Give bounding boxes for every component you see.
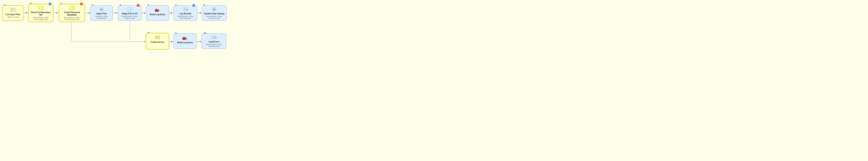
error-badge-stage: ✕ — [137, 4, 140, 7]
stage-icon: {{}} — [127, 7, 133, 12]
title-create-metadata: Create Required MetaData — [61, 11, 83, 16]
badge-build-log-bottom: 5 — [176, 32, 177, 34]
badge-build-log-top: 5 — [148, 4, 149, 6]
subtitle-list-input: ${INPUT_DIR} — [7, 16, 18, 18]
svg-point-44 — [159, 36, 160, 37]
pencil-top-icon-area — [182, 7, 189, 12]
ingest-icon-area — [98, 7, 105, 12]
badge-create-metadata: 5 — [61, 2, 62, 5]
subtitle-log-errors: ${SUBGRAPH_DIR}/RunPipeline.grf — [206, 43, 222, 47]
svg-point-54 — [185, 39, 185, 40]
badge-collect-errors: 5 — [148, 32, 149, 34]
title-update-catalog: Update Data Catalog — [204, 12, 224, 15]
warn-badge-metadata: ! — [80, 2, 83, 5]
train-icon-bottom-area — [181, 35, 189, 41]
svg-rect-29 — [156, 9, 157, 10]
badge-ingest: 5 — [92, 4, 93, 6]
subtitle-stage: ${SUBGRAPH_DIR}/StageFile.sgrf — [122, 15, 137, 19]
svg-point-30 — [155, 11, 156, 12]
info-badge-read-config: i — [49, 2, 52, 5]
list-icon-area — [9, 7, 17, 13]
svg-line-50 — [158, 38, 159, 38]
svg-text:{{}}: {{}} — [71, 7, 75, 9]
title-read-config: Read Configuration file — [30, 11, 52, 16]
svg-point-43 — [155, 36, 156, 37]
subtitle-ingest: ${GRAPH_DIR}/IngestFile.grf — [95, 15, 108, 19]
title-list-input: List Input Files — [6, 13, 21, 16]
metadata-icon-area: {{}} — [68, 5, 75, 11]
info-badge-log-results: i — [192, 4, 195, 7]
catalog-icon-area — [211, 7, 218, 12]
node-build-log-bottom[interactable]: 5 Build Log Entry — [173, 33, 197, 49]
config-icon-area: {{}} — [37, 5, 44, 11]
title-stage: Stage File to S3 — [122, 12, 137, 15]
title-build-log-bottom: Build Log Entry — [177, 41, 193, 44]
badge-update-catalog: 9 — [204, 4, 205, 6]
svg-line-47 — [156, 36, 157, 37]
node-collect-errors[interactable]: 5 Collect Errors — [146, 33, 169, 49]
node-build-log-top[interactable]: 5 Build Log Entry — [146, 5, 169, 21]
collect-icon — [155, 35, 160, 40]
stage-icon-area: {{}} — [126, 7, 133, 12]
node-list-input-files[interactable]: 0 List Input Files ${INPUT_DIR} — [2, 5, 24, 21]
metadata-icon: {{}} — [69, 6, 75, 10]
svg-point-53 — [183, 39, 184, 40]
play-icon — [98, 7, 104, 12]
svg-rect-55 — [186, 38, 187, 39]
svg-line-49 — [156, 38, 157, 38]
svg-point-42 — [157, 37, 158, 38]
svg-point-46 — [159, 38, 160, 39]
svg-line-48 — [158, 36, 159, 37]
svg-point-31 — [157, 11, 158, 12]
list-icon — [10, 7, 16, 12]
badge-list-input: 0 — [4, 4, 5, 6]
subtitle-update-catalog: ${SUBGRAPH_DIR}/RunPipeline.grf — [206, 15, 222, 19]
node-log-results[interactable]: 5 i Log Results ${SUBGRAPH_DIR}/RunPipel… — [173, 5, 197, 21]
badge-log-results: 5 — [176, 4, 177, 6]
node-create-metadata[interactable]: 5 ! {{}} Create Required MetaData ${SUBG… — [59, 4, 85, 22]
train-icon-top-area — [154, 7, 161, 13]
subtitle-log-results: ${SUBGRAPH_DIR}/RunPipeline.grf — [178, 15, 193, 19]
subtitle-create-metadata: ${SUBGRAPH_DIR}/CheckMetadata.sgrf — [64, 17, 80, 21]
badge-read-config: 0 — [30, 2, 31, 5]
svg-text:{{}}: {{}} — [40, 7, 44, 9]
svg-rect-52 — [183, 37, 185, 38]
badge-stage: 5 — [120, 4, 121, 6]
node-log-errors[interactable]: 10 Log Errors ${SUBGRAPH_DIR}/RunPipelin… — [202, 33, 226, 49]
svg-point-45 — [155, 38, 156, 39]
title-ingest: Ingest File — [96, 12, 106, 15]
train-icon-bottom — [182, 36, 188, 40]
subtitle-read-config: ${SUBGRAPH_DIR}/GetConfigFile.sgrf — [33, 17, 49, 21]
workflow-canvas: 0 List Input Files ${INPUT_DIR} 0 i {{}}… — [0, 0, 325, 60]
pencil-icon-top — [183, 7, 188, 12]
title-build-log-top: Build Log Entry — [150, 13, 165, 16]
train-icon-top — [155, 7, 160, 12]
title-log-errors: Log Errors — [209, 41, 219, 43]
catalog-icon — [211, 7, 217, 12]
svg-rect-32 — [159, 10, 160, 11]
node-update-catalog[interactable]: 9 Update Data Catalog ${SUBGRAPH_DIR}/Ru… — [202, 5, 227, 21]
svg-text:{{}}: {{}} — [129, 8, 133, 10]
title-log-results: Log Results — [179, 12, 191, 15]
title-collect-errors: Collect Errors — [151, 41, 164, 43]
pencil-icon-bottom — [211, 35, 217, 40]
node-read-config[interactable]: 0 i {{}} Read Configuration file ${SUBGR… — [28, 4, 54, 22]
node-ingest-file[interactable]: 5 Ingest File ${GRAPH_DIR}/IngestFile.gr… — [90, 5, 113, 21]
node-stage-file[interactable]: 5 ✕ {{}} Stage File to S3 ${SUBGRAPH_DIR… — [118, 5, 142, 21]
pencil-bottom-icon-area — [210, 35, 218, 40]
badge-log-errors: 10 — [204, 32, 206, 34]
collect-icon-area — [154, 35, 161, 40]
svg-point-10 — [12, 9, 13, 10]
config-icon: {{}} — [38, 6, 44, 10]
svg-rect-9 — [11, 8, 15, 11]
